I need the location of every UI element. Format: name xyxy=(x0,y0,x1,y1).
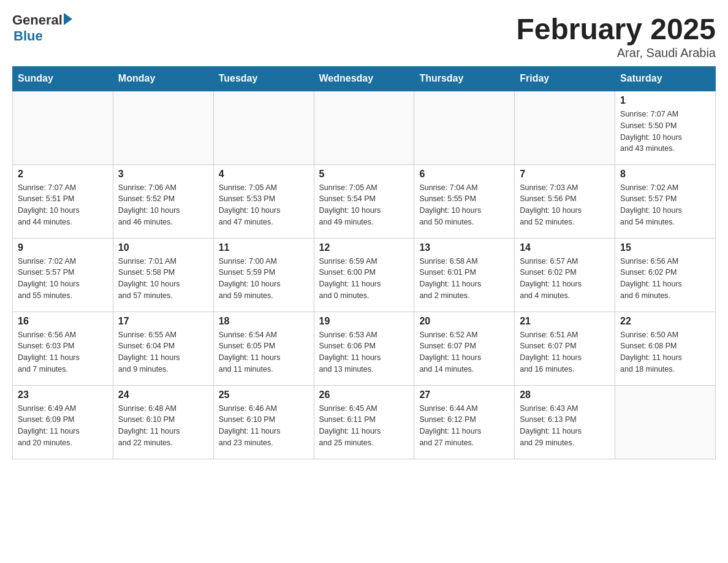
day-number: 19 xyxy=(319,316,409,327)
logo-general-text: General xyxy=(12,12,63,28)
day-info: Sunrise: 6:58 AMSunset: 6:01 PMDaylight:… xyxy=(419,256,509,302)
day-info: Sunrise: 6:46 AMSunset: 6:10 PMDaylight:… xyxy=(219,403,309,449)
day-number: 7 xyxy=(520,169,610,180)
day-info: Sunrise: 7:05 AMSunset: 5:53 PMDaylight:… xyxy=(219,182,309,228)
day-number: 15 xyxy=(620,242,710,253)
calendar-cell xyxy=(414,91,515,164)
day-info: Sunrise: 6:55 AMSunset: 6:04 PMDaylight:… xyxy=(118,329,208,375)
day-number: 11 xyxy=(219,242,309,253)
calendar-cell: 17Sunrise: 6:55 AMSunset: 6:04 PMDayligh… xyxy=(113,312,213,385)
calendar-cell: 10Sunrise: 7:01 AMSunset: 5:58 PMDayligh… xyxy=(113,238,213,312)
calendar-week-row: 23Sunrise: 6:49 AMSunset: 6:09 PMDayligh… xyxy=(13,385,716,459)
calendar-cell: 21Sunrise: 6:51 AMSunset: 6:07 PMDayligh… xyxy=(515,312,615,385)
calendar-cell: 19Sunrise: 6:53 AMSunset: 6:06 PMDayligh… xyxy=(314,312,414,385)
day-number: 25 xyxy=(219,389,309,400)
calendar-cell: 14Sunrise: 6:57 AMSunset: 6:02 PMDayligh… xyxy=(515,238,615,312)
day-info: Sunrise: 7:01 AMSunset: 5:58 PMDaylight:… xyxy=(118,256,208,302)
day-info: Sunrise: 6:44 AMSunset: 6:12 PMDaylight:… xyxy=(419,403,509,449)
day-number: 8 xyxy=(620,169,710,180)
day-info: Sunrise: 6:49 AMSunset: 6:09 PMDaylight:… xyxy=(18,403,108,449)
calendar-cell: 18Sunrise: 6:54 AMSunset: 6:05 PMDayligh… xyxy=(213,312,314,385)
calendar-cell: 27Sunrise: 6:44 AMSunset: 6:12 PMDayligh… xyxy=(414,385,515,459)
calendar-cell xyxy=(615,385,716,459)
day-info: Sunrise: 7:02 AMSunset: 5:57 PMDaylight:… xyxy=(620,182,710,228)
day-number: 3 xyxy=(118,169,208,180)
day-info: Sunrise: 6:50 AMSunset: 6:08 PMDaylight:… xyxy=(620,329,710,375)
calendar-cell: 15Sunrise: 6:56 AMSunset: 6:02 PMDayligh… xyxy=(615,238,716,312)
calendar-cell xyxy=(314,91,414,164)
calendar-header-row: SundayMondayTuesdayWednesdayThursdayFrid… xyxy=(13,67,716,91)
calendar-cell: 24Sunrise: 6:48 AMSunset: 6:10 PMDayligh… xyxy=(113,385,213,459)
day-number: 16 xyxy=(18,316,108,327)
calendar-cell: 7Sunrise: 7:03 AMSunset: 5:56 PMDaylight… xyxy=(515,164,615,238)
day-info: Sunrise: 7:00 AMSunset: 5:59 PMDaylight:… xyxy=(219,256,309,302)
calendar-cell xyxy=(213,91,314,164)
calendar-cell: 25Sunrise: 6:46 AMSunset: 6:10 PMDayligh… xyxy=(213,385,314,459)
calendar-cell: 13Sunrise: 6:58 AMSunset: 6:01 PMDayligh… xyxy=(414,238,515,312)
day-number: 20 xyxy=(419,316,509,327)
day-number: 14 xyxy=(520,242,610,253)
calendar-cell: 4Sunrise: 7:05 AMSunset: 5:53 PMDaylight… xyxy=(213,164,314,238)
calendar-cell: 26Sunrise: 6:45 AMSunset: 6:11 PMDayligh… xyxy=(314,385,414,459)
day-number: 6 xyxy=(419,169,509,180)
day-number: 13 xyxy=(419,242,509,253)
calendar-cell: 23Sunrise: 6:49 AMSunset: 6:09 PMDayligh… xyxy=(13,385,113,459)
weekday-header-monday: Monday xyxy=(113,67,213,91)
calendar-cell: 5Sunrise: 7:05 AMSunset: 5:54 PMDaylight… xyxy=(314,164,414,238)
day-info: Sunrise: 6:54 AMSunset: 6:05 PMDaylight:… xyxy=(219,329,309,375)
day-info: Sunrise: 7:03 AMSunset: 5:56 PMDaylight:… xyxy=(520,182,610,228)
weekday-header-wednesday: Wednesday xyxy=(314,67,414,91)
page-header: General Blue February 2025 Arar, Saudi A… xyxy=(12,12,716,60)
calendar-cell: 22Sunrise: 6:50 AMSunset: 6:08 PMDayligh… xyxy=(615,312,716,385)
logo: General Blue xyxy=(12,12,72,44)
weekday-header-saturday: Saturday xyxy=(615,67,716,91)
day-info: Sunrise: 7:06 AMSunset: 5:52 PMDaylight:… xyxy=(118,182,208,228)
logo-arrow-icon xyxy=(64,13,72,25)
calendar-week-row: 1Sunrise: 7:07 AMSunset: 5:50 PMDaylight… xyxy=(13,91,716,164)
calendar-week-row: 2Sunrise: 7:07 AMSunset: 5:51 PMDaylight… xyxy=(13,164,716,238)
calendar-cell: 3Sunrise: 7:06 AMSunset: 5:52 PMDaylight… xyxy=(113,164,213,238)
calendar-week-row: 16Sunrise: 6:56 AMSunset: 6:03 PMDayligh… xyxy=(13,312,716,385)
day-number: 12 xyxy=(319,242,409,253)
day-number: 17 xyxy=(118,316,208,327)
weekday-header-tuesday: Tuesday xyxy=(213,67,314,91)
day-info: Sunrise: 7:02 AMSunset: 5:57 PMDaylight:… xyxy=(18,256,108,302)
day-number: 18 xyxy=(219,316,309,327)
day-info: Sunrise: 7:04 AMSunset: 5:55 PMDaylight:… xyxy=(419,182,509,228)
day-info: Sunrise: 6:52 AMSunset: 6:07 PMDaylight:… xyxy=(419,329,509,375)
day-number: 5 xyxy=(319,169,409,180)
day-number: 23 xyxy=(18,389,108,400)
day-number: 10 xyxy=(118,242,208,253)
calendar-cell: 12Sunrise: 6:59 AMSunset: 6:00 PMDayligh… xyxy=(314,238,414,312)
calendar-table: SundayMondayTuesdayWednesdayThursdayFrid… xyxy=(12,66,716,459)
day-info: Sunrise: 6:51 AMSunset: 6:07 PMDaylight:… xyxy=(520,329,610,375)
logo-blue-text: Blue xyxy=(13,28,43,44)
day-info: Sunrise: 6:53 AMSunset: 6:06 PMDaylight:… xyxy=(319,329,409,375)
day-number: 9 xyxy=(18,242,108,253)
weekday-header-thursday: Thursday xyxy=(414,67,515,91)
calendar-week-row: 9Sunrise: 7:02 AMSunset: 5:57 PMDaylight… xyxy=(13,238,716,312)
calendar-cell: 11Sunrise: 7:00 AMSunset: 5:59 PMDayligh… xyxy=(213,238,314,312)
calendar-cell: 1Sunrise: 7:07 AMSunset: 5:50 PMDaylight… xyxy=(615,91,716,164)
calendar-cell: 6Sunrise: 7:04 AMSunset: 5:55 PMDaylight… xyxy=(414,164,515,238)
calendar-cell: 28Sunrise: 6:43 AMSunset: 6:13 PMDayligh… xyxy=(515,385,615,459)
title-block: February 2025 Arar, Saudi Arabia xyxy=(516,12,716,60)
calendar-cell: 16Sunrise: 6:56 AMSunset: 6:03 PMDayligh… xyxy=(13,312,113,385)
day-number: 22 xyxy=(620,316,710,327)
day-info: Sunrise: 7:05 AMSunset: 5:54 PMDaylight:… xyxy=(319,182,409,228)
calendar-cell: 8Sunrise: 7:02 AMSunset: 5:57 PMDaylight… xyxy=(615,164,716,238)
calendar-cell xyxy=(515,91,615,164)
day-number: 1 xyxy=(620,95,710,106)
day-number: 24 xyxy=(118,389,208,400)
day-info: Sunrise: 6:43 AMSunset: 6:13 PMDaylight:… xyxy=(520,403,610,449)
day-info: Sunrise: 6:48 AMSunset: 6:10 PMDaylight:… xyxy=(118,403,208,449)
calendar-cell: 2Sunrise: 7:07 AMSunset: 5:51 PMDaylight… xyxy=(13,164,113,238)
calendar-cell: 9Sunrise: 7:02 AMSunset: 5:57 PMDaylight… xyxy=(13,238,113,312)
day-info: Sunrise: 6:56 AMSunset: 6:02 PMDaylight:… xyxy=(620,256,710,302)
day-info: Sunrise: 6:57 AMSunset: 6:02 PMDaylight:… xyxy=(520,256,610,302)
day-number: 2 xyxy=(18,169,108,180)
day-number: 21 xyxy=(520,316,610,327)
day-info: Sunrise: 6:56 AMSunset: 6:03 PMDaylight:… xyxy=(18,329,108,375)
calendar-cell xyxy=(113,91,213,164)
day-info: Sunrise: 7:07 AMSunset: 5:51 PMDaylight:… xyxy=(18,182,108,228)
